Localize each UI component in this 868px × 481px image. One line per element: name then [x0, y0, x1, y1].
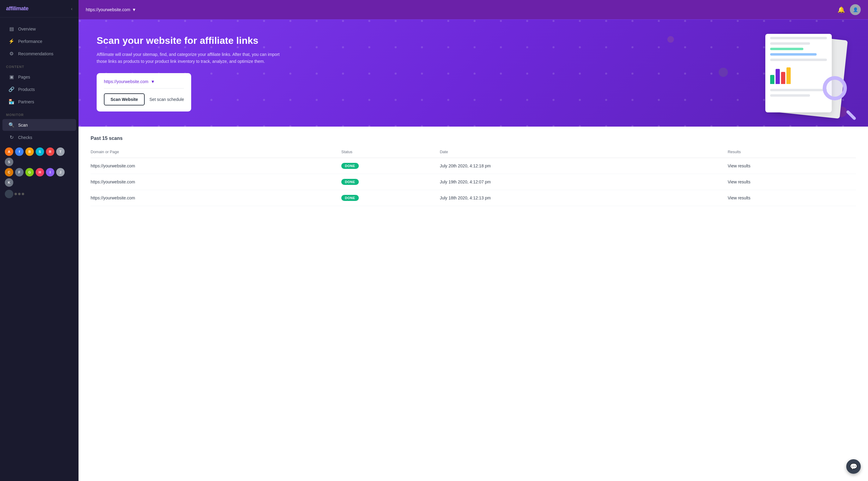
partner-icon-f2[interactable]: F: [15, 168, 24, 176]
partner-icon-b[interactable]: B: [25, 147, 34, 156]
avatar-icon: 👤: [853, 7, 858, 12]
current-url: https://yourwebsite.com: [86, 7, 130, 12]
doc-chart: [770, 66, 827, 84]
sidebar-item-scan[interactable]: 🔍 Scan: [2, 119, 76, 131]
more-partners-indicator[interactable]: [5, 188, 74, 200]
sidebar-item-performance[interactable]: ⚡ Performance: [2, 35, 76, 47]
chevron-down-icon: ▼: [132, 7, 136, 12]
document-front: [765, 34, 832, 112]
sidebar-item-label: Partners: [18, 99, 34, 104]
scan-hero-section: Scan your website for affiliate links Af…: [79, 20, 868, 127]
scan-history-table: Domain or Page Status Date Results https…: [91, 147, 856, 206]
magnifier-lens: [823, 76, 847, 100]
file-icon: ▣: [8, 74, 14, 80]
logo-area: affilimate ‹: [0, 0, 79, 18]
doc-stack: [759, 34, 856, 118]
cell-status: DONE: [341, 174, 440, 190]
sidebar-item-checks[interactable]: ↻ Checks: [2, 131, 76, 143]
scan-card: https://yourwebsite.com ▼ Scan Website S…: [97, 73, 191, 112]
sidebar-item-label: Pages: [18, 74, 30, 80]
chart-bar-2: [776, 69, 780, 84]
chat-icon: 💬: [850, 463, 858, 470]
notifications-bell-icon[interactable]: 🔔: [837, 6, 845, 13]
partner-icon-amazon[interactable]: A: [5, 147, 13, 156]
sidebar-item-label: Scan: [18, 123, 28, 127]
partner-icon-h[interactable]: H: [36, 168, 44, 176]
monitor-section-label: MONITOR: [0, 108, 79, 118]
sidebar-item-label: Products: [18, 87, 35, 92]
chart-bar-1: [770, 75, 774, 84]
url-dropdown-label: https://yourwebsite.com: [104, 79, 148, 84]
app-logo: affilimate: [6, 5, 28, 12]
doc-line-6: [770, 89, 827, 91]
partner-icons-row-2: C F G H I J K: [5, 168, 74, 187]
col-date: Date: [440, 147, 727, 158]
status-badge: DONE: [341, 163, 359, 169]
hero-content: Scan your website for affiliate links Af…: [97, 35, 284, 112]
cell-status: DONE: [341, 158, 440, 174]
doc-line-3: [770, 48, 803, 50]
dot-1: [14, 193, 17, 195]
sidebar-item-label: Performance: [18, 39, 42, 44]
magnifier-handle: [846, 110, 856, 121]
cell-date: July 19th 2020, 4:12:07 pm: [440, 174, 727, 190]
partner-icon-c[interactable]: C: [5, 168, 13, 176]
partner-icons-section: A f B S R T S C F G H I J K: [0, 144, 79, 203]
sidebar-item-label: Overview: [18, 27, 36, 31]
hero-illustration: [759, 26, 856, 127]
sidebar-item-label: Checks: [18, 135, 32, 140]
dropdown-arrow-icon: ▼: [151, 79, 155, 84]
user-avatar[interactable]: 👤: [850, 4, 861, 15]
sidebar-item-overview[interactable]: ▤ Overview: [2, 23, 76, 35]
search-icon: 🔍: [8, 122, 14, 128]
cell-domain: https://yourwebsite.com: [91, 190, 341, 206]
partner-icon-g[interactable]: G: [25, 168, 34, 176]
doc-line-5: [770, 59, 827, 61]
svg-point-5: [668, 36, 674, 42]
scan-history-section: Past 15 scans Domain or Page Status Date…: [79, 127, 868, 481]
hero-title: Scan your website for affiliate links: [97, 35, 284, 46]
cell-results: View results: [727, 174, 856, 190]
lightning-icon: ⚡: [8, 38, 14, 44]
sidebar-item-label: Recommendations: [18, 51, 54, 56]
set-scan-schedule-link[interactable]: Set scan schedule: [150, 97, 184, 102]
doc-line-1: [770, 37, 827, 39]
chat-button[interactable]: 💬: [846, 459, 861, 474]
partner-icon-s2[interactable]: S: [5, 158, 13, 166]
partner-icons-row-1: A f B S R T S: [5, 147, 74, 166]
cell-results: View results: [727, 190, 856, 206]
partner-icon-i[interactable]: I: [46, 168, 54, 176]
partner-icon-t[interactable]: T: [56, 147, 65, 156]
sidebar-item-partners[interactable]: 🏪 Partners: [2, 96, 76, 108]
partner-icon-j[interactable]: J: [56, 168, 65, 176]
hero-description: Affilimate will crawl your sitemap, find…: [97, 51, 284, 65]
bar-chart-icon: ▤: [8, 26, 14, 32]
sidebar-item-recommendations[interactable]: ⚙ Recommendations: [2, 48, 76, 60]
scan-website-button[interactable]: Scan Website: [104, 93, 145, 106]
table-row: https://yourwebsite.com DONE July 19th 2…: [91, 174, 856, 190]
collapse-sidebar-button[interactable]: ‹: [71, 6, 72, 11]
dot-3: [22, 193, 24, 195]
partner-icon-k[interactable]: K: [5, 178, 13, 187]
url-selector[interactable]: https://yourwebsite.com ▼: [86, 7, 136, 12]
view-results-link[interactable]: View results: [727, 196, 750, 200]
url-dropdown[interactable]: https://yourwebsite.com ▼: [104, 79, 184, 89]
table-title: Past 15 scans: [91, 136, 856, 141]
cell-date: July 20th 2020, 4:12:18 pm: [440, 158, 727, 174]
table-row: https://yourwebsite.com DONE July 18th 2…: [91, 190, 856, 206]
partner-icon-circle: [5, 190, 13, 198]
view-results-link[interactable]: View results: [727, 179, 750, 184]
sidebar: affilimate ‹ ▤ Overview ⚡ Performance ⚙ …: [0, 0, 79, 481]
view-results-link[interactable]: View results: [727, 163, 750, 168]
partner-icon-r[interactable]: R: [46, 147, 54, 156]
partner-icon-s[interactable]: S: [36, 147, 44, 156]
sidebar-item-pages[interactable]: ▣ Pages: [2, 71, 76, 83]
partner-icon-fb[interactable]: f: [15, 147, 24, 156]
col-status: Status: [341, 147, 440, 158]
content-section-label: CONTENT: [0, 60, 79, 70]
topbar: https://yourwebsite.com ▼ 🔔 👤: [79, 0, 868, 20]
status-badge: DONE: [341, 195, 359, 201]
sidebar-item-products[interactable]: 🔗 Products: [2, 83, 76, 95]
table-row: https://yourwebsite.com DONE July 20th 2…: [91, 158, 856, 174]
cell-status: DONE: [341, 190, 440, 206]
